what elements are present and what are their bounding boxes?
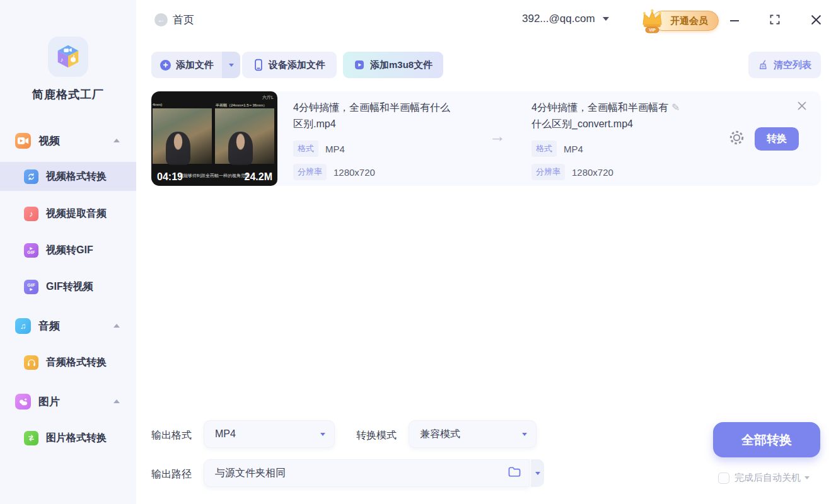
chevron-down-icon [804, 476, 810, 479]
convert-mode-select[interactable]: 兼容模式 [409, 420, 537, 448]
collapse-caret-icon[interactable] [113, 139, 120, 142]
clear-list-label: 清空列表 [774, 59, 811, 71]
chevron-down-icon [603, 17, 609, 21]
maximize-button[interactable] [767, 12, 782, 27]
image-convert-icon [24, 431, 38, 445]
auto-shutdown-label: 完成后自动关机 [734, 472, 801, 484]
audio-icon: ♫ [15, 318, 31, 334]
sidebar-item-label: 音频格式转换 [46, 356, 107, 369]
sidebar-item-label: 视频格式转换 [46, 170, 107, 183]
sidebar-section-audio[interactable]: ♫ 音频 [0, 311, 136, 340]
convert-mode-label: 转换模式 [356, 429, 397, 442]
output-file-info: 4分钟搞懂，全画幅和半画幅有什么区别_convert.mp4 ✎ 格式 MP4 … [531, 100, 669, 180]
gif-text: GIF [27, 250, 35, 255]
sidebar-item-video-extract-audio[interactable]: ♪ 视频提取音频 [0, 199, 136, 228]
collapse-caret-icon[interactable] [113, 399, 120, 403]
m3u8-file-icon [354, 59, 365, 71]
vip-upgrade-button[interactable]: VIP 开通会员 [638, 8, 719, 33]
sidebar-nav: 视频 视频格式转换 ♪ 视频提取音频 [0, 126, 136, 452]
image-icon [15, 394, 31, 410]
minimize-button[interactable] [727, 12, 742, 27]
video-convert-icon [24, 169, 38, 184]
close-icon [810, 14, 822, 26]
device-add-label: 设备添加文件 [269, 59, 325, 71]
main-area: ← 首页 392...@qq.com VIP 开通会员 [136, 0, 836, 504]
gif-text: GIF [27, 283, 35, 287]
output-path-value: 与源文件夹相同 [215, 467, 508, 480]
sidebar-item-gif-to-video[interactable]: GIF ▶ GIF转视频 [0, 272, 136, 301]
item-settings-button[interactable] [728, 129, 745, 149]
resolution-badge: 分辨率 [531, 164, 565, 180]
video-filesize: 24.2M [245, 171, 272, 183]
svg-text:♪: ♪ [61, 56, 64, 63]
source-filename: 4分钟搞懂，全画幅和半画幅有什么区别.mp4 [293, 100, 452, 132]
auto-shutdown-checkbox[interactable] [718, 472, 729, 484]
chevron-down-icon [229, 64, 234, 67]
svg-text:VIP: VIP [649, 28, 656, 32]
add-file-label: 添加文件 [176, 59, 214, 71]
sidebar-section-image[interactable]: 图片 [0, 387, 136, 416]
account-menu[interactable]: 392...@qq.com [522, 13, 609, 25]
app-window: ♪ 简鹿格式工厂 视频 视频格式转换 [0, 0, 836, 504]
chevron-down-icon [320, 433, 325, 436]
video-icon [15, 133, 31, 149]
folder-icon[interactable] [508, 466, 521, 480]
convert-all-button[interactable]: 全部转换 [713, 422, 820, 457]
sidebar: ♪ 简鹿格式工厂 视频 视频格式转换 [0, 0, 136, 504]
sidebar-item-label: 视频提取音频 [46, 207, 107, 220]
video-duration: 04:19 [157, 171, 183, 183]
resolution-badge: 分辨率 [293, 164, 327, 180]
sidebar-item-label: 视频转GIF [46, 244, 93, 257]
thumb-label-left: 4mm) [153, 103, 162, 106]
sidebar-item-audio-format-convert[interactable]: 音频格式转换 [0, 348, 136, 377]
convert-button[interactable]: 转换 [755, 127, 799, 151]
output-format-label: 输出格式 [151, 429, 192, 442]
music-notes-glyph: ♫ [20, 322, 26, 330]
phone-icon [253, 59, 264, 71]
app-logo-block: ♪ 简鹿格式工厂 [0, 0, 136, 102]
output-format-value: MP4 [564, 144, 583, 154]
chevron-down-icon [535, 472, 540, 475]
thumb-label-right: 半画幅（24mm×1.5＝36mm） [216, 103, 267, 108]
source-format-value: MP4 [325, 144, 345, 154]
output-format-select[interactable]: MP4 [204, 420, 335, 448]
output-path-field[interactable]: 与源文件夹相同 [204, 459, 530, 487]
close-button[interactable] [808, 12, 823, 27]
video-thumbnail[interactable]: 六斤L 4mm) 半画幅（24mm×1.5＝36mm） 就能够得到跟全画幅一样的… [151, 91, 277, 186]
back-button[interactable]: ← [154, 13, 168, 26]
add-file-button[interactable]: + 添加文件 [151, 52, 222, 78]
sidebar-item-image-format-convert[interactable]: 图片格式转换 [0, 423, 136, 452]
convert-arrow-icon: → [489, 127, 506, 146]
sidebar-item-video-format-convert[interactable]: 视频格式转换 [0, 162, 136, 191]
play-glyph: ▶ [30, 287, 33, 291]
chevron-down-icon [522, 433, 527, 436]
edit-filename-icon[interactable]: ✎ [671, 101, 680, 113]
add-m3u8-button[interactable]: 添加m3u8文件 [343, 52, 443, 78]
back-arrow-icon: ← [157, 15, 165, 25]
output-resolution-value: 1280x720 [572, 167, 613, 178]
output-format-value: MP4 [215, 428, 320, 440]
output-path-dropdown-button[interactable] [531, 459, 544, 487]
remove-file-button[interactable] [797, 101, 807, 113]
cube-logo-icon: ♪ [54, 42, 83, 71]
auto-shutdown-option[interactable]: 完成后自动关机 [718, 472, 810, 484]
add-file-dropdown-button[interactable] [222, 52, 240, 78]
close-icon [797, 101, 807, 111]
page-title: 首页 [173, 13, 194, 27]
music-note-glyph: ♪ [29, 210, 33, 218]
sidebar-item-label: 图片格式转换 [46, 432, 107, 445]
device-add-file-button[interactable]: 设备添加文件 [242, 52, 337, 78]
plus-icon: + [160, 60, 171, 71]
file-list-row: 六斤L 4mm) 半画幅（24mm×1.5＝36mm） 就能够得到跟全画幅一样的… [151, 91, 821, 186]
gif-to-video-icon: GIF ▶ [24, 280, 38, 294]
sidebar-item-video-to-gif[interactable]: ▶ GIF 视频转GIF [0, 236, 136, 265]
clear-list-button[interactable]: 清空列表 [748, 52, 821, 78]
collapse-caret-icon[interactable] [113, 324, 120, 328]
convert-label: 转换 [767, 132, 787, 146]
sidebar-item-label: GIF转视频 [46, 280, 93, 294]
sidebar-section-label: 音频 [38, 319, 60, 333]
video-to-gif-icon: ▶ GIF [24, 243, 38, 258]
format-badge: 格式 [293, 140, 318, 157]
sidebar-section-video[interactable]: 视频 [0, 126, 136, 155]
thumb-frame-left [153, 108, 212, 164]
